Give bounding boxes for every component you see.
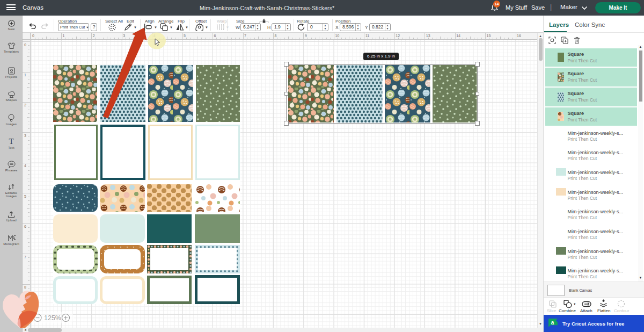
svg-text:a: a (551, 320, 554, 326)
